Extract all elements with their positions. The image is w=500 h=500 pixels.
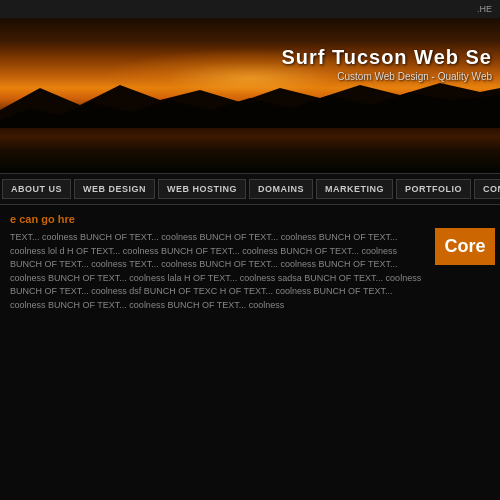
nav-contact[interactable]: CONTACT xyxy=(474,179,500,199)
site-subtitle: Custom Web Design - Quality Web xyxy=(281,71,492,82)
main-content: e can go hre TEXT... coolness BUNCH OF T… xyxy=(0,205,500,500)
site-title: Surf Tucson Web Se xyxy=(281,46,492,69)
header-text-block: Surf Tucson Web Se Custom Web Design - Q… xyxy=(281,46,492,82)
nav-domains[interactable]: DOMAINS xyxy=(249,179,313,199)
nav-webdesign[interactable]: WEB DESIGN xyxy=(74,179,155,199)
mountain-silhouette xyxy=(0,80,500,135)
core-badge: Core xyxy=(435,228,495,265)
right-column: Core xyxy=(430,213,495,492)
nav-about[interactable]: ABOUT US xyxy=(2,179,71,199)
nav-marketing[interactable]: MARKETING xyxy=(316,179,393,199)
navigation-bar: ABOUT US WEB DESIGN WEB HOSTING DOMAINS … xyxy=(0,173,500,205)
nav-webhosting[interactable]: WEB HOSTING xyxy=(158,179,246,199)
nav-portfolio[interactable]: PORTFOLIO xyxy=(396,179,471,199)
top-bar: .HE xyxy=(0,0,500,18)
body-text: TEXT... coolness BUNCH OF TEXT... coolne… xyxy=(10,231,425,312)
page-heading: e can go hre xyxy=(10,213,425,225)
water-reflection xyxy=(0,128,500,173)
top-bar-label: .HE xyxy=(477,4,492,14)
hero-section: Surf Tucson Web Se Custom Web Design - Q… xyxy=(0,18,500,173)
content-area: e can go hre TEXT... coolness BUNCH OF T… xyxy=(5,213,430,492)
